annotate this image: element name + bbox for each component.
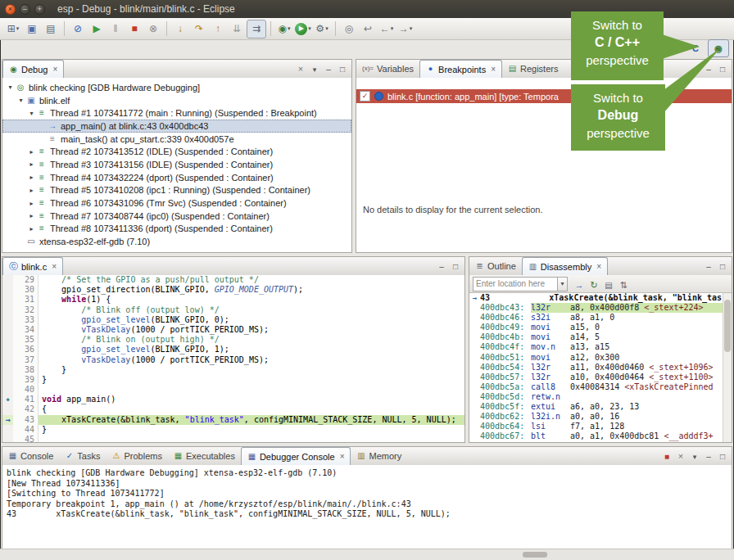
horizontal-scrollbar-thumb[interactable] — [523, 552, 547, 558]
print-button[interactable]: ▤ — [42, 20, 60, 38]
twisty-icon[interactable]: ▾ — [16, 97, 25, 104]
debug-tree-item[interactable]: ▸≡Thread #7 1073408744 (ipc0) (Suspended… — [2, 210, 351, 223]
show-source-button[interactable]: ▤ — [603, 277, 614, 291]
editor-line[interactable]: 39} — [2, 375, 464, 385]
twisty-icon[interactable]: ▾ — [27, 110, 36, 117]
tab-console[interactable]: ▦Console — [2, 447, 59, 465]
refresh-button[interactable]: ↻ — [588, 277, 600, 291]
maximize-button[interactable]: □ — [337, 64, 348, 74]
debug-tree-item[interactable]: ▾≡Thread #1 1073411772 (main : Running) … — [2, 106, 351, 120]
instruction-stepping-button[interactable]: ⇉ — [247, 20, 266, 38]
debug-tree-item[interactable]: ≡main_task() at cpu_start.c:339 0x400d05… — [2, 133, 351, 146]
disassembly-row[interactable]: 400dbc67:blta0, a1, 0x400dbc81 <__adddf3… — [469, 431, 732, 441]
window-maximize-button[interactable]: + — [34, 4, 45, 15]
editor-line[interactable]: 38 } — [2, 365, 464, 375]
tab-tasks[interactable]: ✓Tasks — [59, 447, 106, 465]
maximize-button[interactable]: □ — [717, 261, 728, 271]
disassembly-row[interactable]: 400dbc64:lsif7, a1, 128 — [469, 422, 732, 431]
editor-line[interactable]: 45 — [2, 435, 464, 442]
editor-line[interactable]: ◆41void app_main() — [2, 395, 464, 404]
skip-all-breakpoints-button[interactable]: ⊘ — [69, 20, 87, 38]
forward-button[interactable]: →▾ — [396, 20, 415, 38]
tab-memory[interactable]: ▥Memory — [351, 447, 407, 465]
step-over-button[interactable]: ↷ — [190, 20, 208, 38]
disassembly-row[interactable]: 400dbc54:l32ra11, 0x400d0460 <_stext+109… — [469, 363, 732, 373]
editor-line[interactable]: 35 /* Blink on (output high) */ — [2, 335, 464, 345]
debug-perspective-button[interactable]: ◉ — [708, 39, 729, 57]
debugger-console-content[interactable]: blink checking [GDB Hardware Debugging] … — [2, 465, 732, 549]
code-editor[interactable]: 29 /* Set the GPIO as a push/pull output… — [2, 275, 464, 442]
tab-close-icon[interactable]: × — [340, 452, 345, 461]
editor-line[interactable]: 37 vTaskDelay(1000 / portTICK_PERIOD_MS)… — [2, 355, 464, 365]
disassembly-row[interactable]: 400dbc5d:retw.n — [469, 392, 732, 402]
debug-tree-item[interactable]: ▸≡Thread #8 1073411336 (dport) (Suspende… — [2, 223, 351, 236]
tab-outline[interactable]: ≣Outline — [469, 257, 522, 275]
twisty-icon[interactable]: ▾ — [6, 84, 15, 91]
disconnect-button[interactable]: ⊗ — [144, 20, 162, 38]
resume-button[interactable]: ▶ — [88, 20, 106, 38]
debug-tree-item[interactable]: ▸≡Thread #6 1073431096 (Tmr Svc) (Suspen… — [2, 196, 351, 210]
tab-debugger-console[interactable]: ▦Debugger Console× — [241, 447, 351, 466]
view-menu-button[interactable]: ▾ — [309, 64, 320, 74]
scrollbar-thumb[interactable] — [724, 300, 731, 352]
location-dropdown-icon[interactable]: ▾ — [558, 277, 568, 291]
last-edit-location-button[interactable]: ↩ — [359, 20, 377, 38]
location-input[interactable] — [473, 277, 558, 291]
open-perspective-button[interactable]: ⊞▾ — [664, 40, 683, 56]
tab-blink-c[interactable]: ⓒblink.c× — [2, 257, 63, 276]
cpp-perspective-button[interactable]: C — [686, 40, 705, 56]
terminate-button[interactable]: ■ — [125, 20, 143, 38]
debug-tree-item[interactable]: ▸≡Thread #2 1073413512 (IDLE) (Suspended… — [2, 145, 351, 158]
breakpoint-row[interactable]: ✓ blink.c [function: app_main] [type: Te… — [356, 89, 732, 103]
editor-line[interactable]: 36 gpio_set_level(BLINK_GPIO, 1); — [2, 345, 464, 355]
disassembly-row[interactable]: 400dbc4f:mov.na13, a15 — [469, 342, 732, 352]
window-close-button[interactable]: × — [5, 4, 16, 15]
minimize-button[interactable]: – — [323, 64, 334, 74]
editor-line[interactable]: →43 xTaskCreate(&blink_task, "blink_task… — [2, 415, 464, 425]
external-tools-button[interactable]: ⚙▾ — [313, 20, 331, 38]
breakpoint-checkbox[interactable]: ✓ — [360, 91, 370, 102]
disassembly-row[interactable]: 400dbc4b:movia14, 5 — [469, 332, 732, 342]
back-button[interactable]: ←▾ — [378, 20, 396, 38]
debug-button[interactable]: ◉▾ — [275, 20, 293, 38]
disassembly-row[interactable]: 400dbc43:l32ra8, 0x400d00f8 <_stext+224> — [469, 303, 732, 313]
drop-to-frame-button[interactable]: ⇊ — [228, 20, 246, 38]
editor-line[interactable]: 32 /* Blink off (output low) */ — [2, 305, 464, 315]
window-minimize-button[interactable]: – — [20, 4, 30, 15]
twisty-icon[interactable]: ▸ — [27, 225, 36, 233]
maximize-button[interactable]: □ — [717, 451, 728, 461]
editor-line[interactable]: 30 gpio_set_direction(BLINK_GPIO, GPIO_M… — [2, 285, 464, 295]
twisty-icon[interactable]: ▸ — [27, 200, 36, 207]
step-return-button[interactable]: ↑ — [209, 20, 227, 38]
disassembly-row[interactable]: 400dbc6a:bnonea0, a1, 0x400dbc8b <__addd… — [469, 441, 732, 442]
minimize-button[interactable]: – — [703, 261, 714, 271]
disassembly-row[interactable]: 400dbc62:l32i.na0, a0, 16 — [469, 412, 732, 422]
sync-button[interactable]: ⇅ — [618, 277, 629, 291]
disassembly-row[interactable]: 400dbc5f:extuia6, a0, 23, 13 — [469, 402, 732, 412]
terminate-console-button[interactable]: ■ — [661, 451, 673, 461]
disassembly-row[interactable]: 400dbc5a:call80x40084314 <xTaskCreatePin… — [469, 382, 732, 392]
tab-breakpoints[interactable]: ●Breakpoints× — [419, 60, 502, 79]
debug-tree-item[interactable]: →app_main() at blink.c:43 0x400dbc43 — [2, 120, 351, 133]
view-menu-button[interactable]: ▾ — [689, 451, 700, 461]
disassembly-row[interactable]: →43 xTaskCreate(&blink_task, "blink_tas — [469, 293, 732, 303]
minimize-button[interactable]: – — [436, 261, 447, 271]
remove-terminated-button[interactable]: × — [295, 64, 306, 74]
editor-line[interactable]: 40 — [2, 385, 464, 395]
disassembly-row[interactable]: 400dbc46:s32ia8, a1, 0 — [469, 313, 732, 323]
editor-line[interactable]: 42{ — [2, 404, 464, 414]
tab-close-icon[interactable]: × — [491, 65, 496, 74]
tab-close-icon[interactable]: × — [52, 65, 57, 74]
editor-line[interactable]: 44} — [2, 425, 464, 435]
debug-tree-item[interactable]: ▸≡Thread #4 1073432224 (dport) (Suspende… — [2, 171, 351, 184]
editor-line[interactable]: 33 gpio_set_level(BLINK_GPIO, 0); — [2, 315, 464, 325]
remove-console-button[interactable]: × — [675, 451, 686, 461]
suspend-button[interactable]: ‖ — [106, 20, 125, 38]
new-wizard-button[interactable]: ⊞▾ — [4, 20, 22, 38]
minimize-button[interactable]: – — [703, 451, 714, 461]
twisty-icon[interactable]: ▸ — [27, 160, 36, 168]
tab-close-icon[interactable]: × — [596, 262, 601, 271]
twisty-icon[interactable]: ▸ — [27, 187, 36, 194]
tab-executables[interactable]: ▦Executables — [168, 447, 241, 465]
jump-pc-button[interactable]: → — [573, 277, 585, 291]
